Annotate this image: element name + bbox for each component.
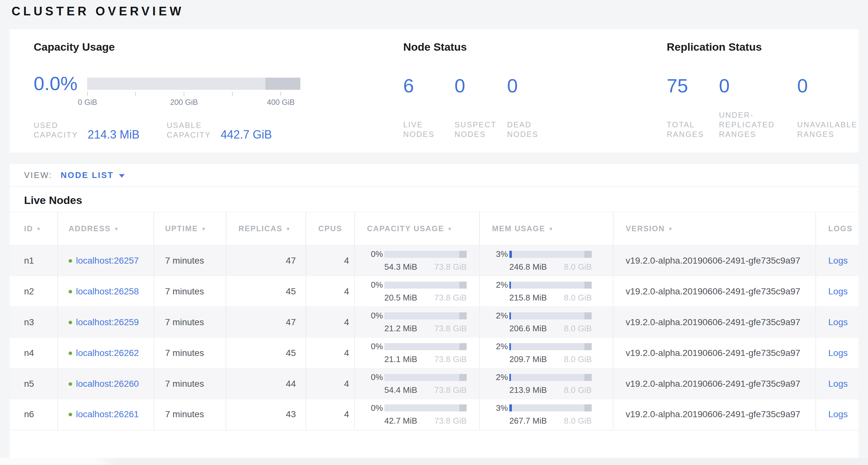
node-address-link[interactable]: localhost:26257 bbox=[76, 256, 139, 265]
node-mem-usage-cell: 3% 246.8 MiB 8.0 GiB bbox=[479, 245, 613, 276]
node-id-cell: n5 bbox=[10, 369, 58, 399]
node-mem-usage-cell: 2% 206.6 MiB 8.0 GiB bbox=[479, 307, 613, 338]
node-cpus-cell: 4 bbox=[306, 276, 354, 307]
usable-capacity-label: USABLE CAPACITY bbox=[167, 121, 211, 140]
node-cpus-cell: 4 bbox=[306, 369, 354, 399]
logs-link[interactable]: Logs bbox=[828, 317, 848, 327]
mem-reserved-segment bbox=[584, 374, 592, 381]
capacity-used-value: 21.1 MiB bbox=[384, 354, 417, 364]
used-capacity-label: USED CAPACITY bbox=[34, 121, 78, 140]
capacity-percent-label: 0% bbox=[371, 372, 382, 382]
table-row: n3 localhost:26259 7 minutes 47 4 0% 21.… bbox=[10, 307, 858, 338]
logs-link[interactable]: Logs bbox=[828, 348, 848, 358]
capacity-usage-bar bbox=[384, 404, 467, 411]
node-capacity-usage-cell: 0% 20.5 MiB 73.8 GiB bbox=[354, 276, 479, 307]
node-live-dot-icon bbox=[69, 259, 72, 263]
mem-total-value: 8.0 GiB bbox=[564, 385, 592, 395]
capacity-gauge-bar bbox=[87, 78, 300, 90]
node-replicas-cell: 44 bbox=[226, 369, 306, 399]
table-row: n6 localhost:26261 7 minutes 43 4 0% 42.… bbox=[10, 399, 858, 430]
node-address-link[interactable]: localhost:26260 bbox=[76, 379, 139, 389]
capacity-usage-gauge: 0.0% 0 GiB 200 GiB 400 GiB bbox=[34, 74, 358, 113]
capacity-total-value: 73.8 GiB bbox=[434, 416, 467, 426]
node-mem-usage-cell: 3% 267.7 MiB 8.0 GiB bbox=[479, 399, 613, 430]
capacity-usage-bar bbox=[384, 343, 467, 350]
capacity-percent-label: 0% bbox=[371, 249, 382, 259]
node-mem-usage-cell: 2% 215.8 MiB 8.0 GiB bbox=[479, 276, 613, 307]
node-uptime-cell: 7 minutes bbox=[154, 399, 226, 430]
node-cpus-cell: 4 bbox=[306, 338, 354, 369]
logs-link[interactable]: Logs bbox=[828, 379, 848, 389]
cluster-summary-card: Capacity Usage 0.0% 0 GiB 200 GiB 400 Gi… bbox=[10, 29, 858, 153]
node-cpus-cell: 4 bbox=[306, 307, 354, 338]
axis-tick bbox=[135, 92, 136, 96]
column-header-capacity-usage[interactable]: CAPACITY USAGE▼ bbox=[354, 212, 479, 245]
capacity-total-value: 73.8 GiB bbox=[434, 324, 467, 333]
capacity-gauge-reserved-segment bbox=[266, 78, 300, 90]
node-replicas-cell: 47 bbox=[226, 307, 306, 338]
node-address-link[interactable]: localhost:26262 bbox=[76, 348, 139, 358]
capacity-total-value: 73.8 GiB bbox=[434, 293, 467, 303]
column-header-id[interactable]: ID▼ bbox=[10, 212, 58, 245]
node-logs-cell: Logs bbox=[816, 399, 858, 430]
node-id-cell: n3 bbox=[10, 307, 58, 338]
node-capacity-usage-cell: 0% 21.1 MiB 73.8 GiB bbox=[354, 338, 479, 369]
sort-desc-icon: ▼ bbox=[36, 226, 42, 232]
capacity-total-value: 73.8 GiB bbox=[434, 385, 467, 395]
column-header-cpus: CPUS bbox=[306, 212, 354, 245]
node-address-link[interactable]: localhost:26258 bbox=[76, 286, 139, 296]
used-capacity-stat: USED CAPACITY 214.3 MiB bbox=[34, 121, 140, 140]
logs-link[interactable]: Logs bbox=[828, 409, 848, 419]
node-live-dot-icon bbox=[69, 290, 72, 293]
column-header-logs: LOGS bbox=[816, 212, 858, 245]
mem-used-value: 213.9 MiB bbox=[509, 385, 547, 395]
node-status-section: Node Status 6 LIVE NODES 0 SUSPECT NODES… bbox=[403, 29, 641, 153]
table-row: n2 localhost:26258 7 minutes 45 4 0% 20.… bbox=[10, 276, 858, 307]
node-version-cell: v19.2.0-alpha.20190606-2491-gfe735c9a97 bbox=[613, 399, 816, 430]
mem-used-fill bbox=[509, 251, 512, 258]
replication-status-title: Replication Status bbox=[667, 41, 762, 53]
node-uptime-cell: 7 minutes bbox=[154, 338, 226, 369]
node-address-link[interactable]: localhost:26261 bbox=[76, 409, 139, 419]
column-header-replicas[interactable]: REPLICAS▼ bbox=[226, 212, 306, 245]
column-header-version[interactable]: VERSION▼ bbox=[613, 212, 816, 245]
node-uptime-cell: 7 minutes bbox=[154, 369, 226, 399]
mem-used-fill bbox=[509, 312, 511, 319]
node-capacity-usage-cell: 0% 54.4 MiB 73.8 GiB bbox=[354, 369, 479, 399]
chevron-down-icon[interactable] bbox=[119, 174, 125, 178]
node-uptime-cell: 7 minutes bbox=[154, 276, 226, 307]
node-address-link[interactable]: localhost:26259 bbox=[76, 317, 139, 327]
node-address-cell: localhost:26262 bbox=[58, 338, 154, 369]
mem-used-fill bbox=[509, 404, 512, 411]
axis-tick-label: 400 GiB bbox=[267, 98, 295, 107]
capacity-percent-label: 0% bbox=[371, 311, 382, 321]
logs-link[interactable]: Logs bbox=[828, 286, 848, 296]
node-logs-cell: Logs bbox=[816, 276, 858, 307]
capacity-usage-title: Capacity Usage bbox=[34, 41, 115, 53]
node-replicas-cell: 45 bbox=[226, 338, 306, 369]
node-version-cell: v19.2.0-alpha.20190606-2491-gfe735c9a97 bbox=[613, 276, 816, 307]
column-header-uptime[interactable]: UPTIME▼ bbox=[154, 212, 226, 245]
capacity-usage-bar bbox=[384, 312, 467, 319]
logs-link[interactable]: Logs bbox=[828, 256, 848, 265]
node-cpus-cell: 4 bbox=[306, 245, 354, 276]
mem-reserved-segment bbox=[584, 312, 592, 319]
used-capacity-value: 214.3 MiB bbox=[88, 129, 140, 141]
node-version-cell: v19.2.0-alpha.20190606-2491-gfe735c9a97 bbox=[613, 307, 816, 338]
mem-total-value: 8.0 GiB bbox=[564, 262, 592, 272]
node-live-dot-icon bbox=[69, 321, 72, 324]
capacity-used-value: 21.2 MiB bbox=[384, 324, 417, 333]
mem-total-value: 8.0 GiB bbox=[564, 324, 592, 333]
column-header-address[interactable]: ADDRESS▼ bbox=[58, 212, 154, 245]
live-nodes-title: Live Nodes bbox=[10, 187, 858, 206]
axis-tick bbox=[280, 92, 281, 96]
node-logs-cell: Logs bbox=[816, 307, 858, 338]
sort-desc-icon: ▼ bbox=[668, 226, 674, 232]
view-dropdown[interactable]: NODE LIST bbox=[61, 170, 114, 180]
mem-reserved-segment bbox=[584, 343, 592, 350]
mem-usage-bar bbox=[509, 404, 592, 411]
mem-usage-bar bbox=[509, 312, 592, 319]
column-header-mem-usage[interactable]: MEM USAGE▼ bbox=[479, 212, 613, 245]
axis-tick-label: 200 GiB bbox=[170, 98, 198, 107]
mem-total-value: 8.0 GiB bbox=[564, 354, 592, 364]
